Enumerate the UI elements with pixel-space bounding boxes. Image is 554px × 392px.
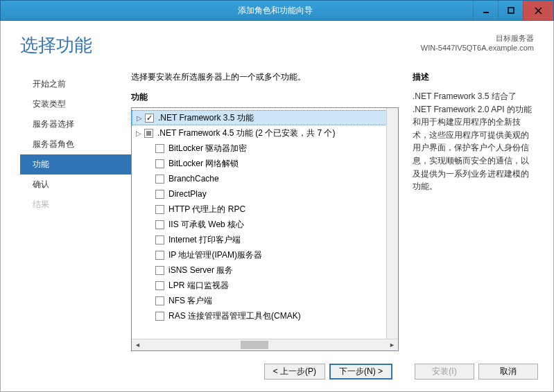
feature-row[interactable]: BranchCache (132, 171, 398, 186)
feature-label: Internet 打印客户端 (168, 234, 241, 246)
feature-checkbox[interactable] (155, 235, 164, 244)
target-host: WIN-5447IV5QT6A.example.com (421, 43, 534, 53)
close-button[interactable] (523, 1, 553, 20)
features-listbox[interactable]: ▷.NET Framework 3.5 功能▷.NET Framework 4.… (131, 107, 399, 351)
window-title: 添加角色和功能向导 (238, 5, 313, 17)
feature-checkbox[interactable] (145, 114, 154, 123)
feature-label: .NET Framework 4.5 功能 (2 个已安装，共 7 个) (157, 127, 335, 139)
nav-item-3[interactable]: 服务器角色 (20, 134, 131, 154)
scroll-left-icon[interactable]: ◄ (132, 339, 144, 351)
feature-label: NFS 客户端 (168, 295, 212, 307)
next-button[interactable]: 下一步(N) > (329, 364, 392, 380)
nav-item-4[interactable]: 功能 (20, 154, 131, 175)
feature-label: IP 地址管理(IPAM)服务器 (168, 249, 262, 261)
feature-label: IIS 可承载 Web 核心 (168, 219, 244, 231)
feature-row[interactable]: Internet 打印客户端 (132, 232, 398, 247)
horizontal-scrollbar[interactable]: ◄ ► (132, 339, 398, 350)
description-text: .NET Framework 3.5 结合了 .NET Framework 2.… (413, 90, 534, 193)
feature-checkbox[interactable] (155, 144, 164, 153)
feature-label: .NET Framework 3.5 功能 (158, 112, 254, 124)
scroll-right-icon[interactable]: ► (386, 339, 398, 351)
maximize-button[interactable] (498, 1, 523, 20)
feature-checkbox[interactable] (155, 190, 164, 199)
vertical-scrollbar[interactable] (386, 108, 398, 339)
svg-rect-1 (508, 8, 514, 13)
feature-label: HTTP 代理上的 RPC (168, 204, 245, 215)
title-bar: 添加角色和功能向导 (0, 0, 554, 21)
nav-item-6: 结果 (20, 195, 131, 215)
features-label: 功能 (131, 91, 399, 103)
nav-item-5[interactable]: 确认 (20, 175, 131, 195)
feature-checkbox[interactable] (155, 296, 164, 305)
feature-row[interactable]: BitLocker 驱动器加密 (132, 141, 398, 156)
feature-row[interactable]: IP 地址管理(IPAM)服务器 (132, 247, 398, 262)
feature-label: RAS 连接管理器管理工具包(CMAK) (168, 310, 301, 322)
target-server-info: 目标服务器 WIN-5447IV5QT6A.example.com (421, 33, 534, 53)
previous-button[interactable]: < 上一步(P) (264, 364, 325, 380)
install-button[interactable]: 安装(I) (415, 364, 474, 380)
feature-row[interactable]: ▷.NET Framework 3.5 功能 (132, 110, 398, 125)
expand-icon[interactable]: ▷ (135, 114, 144, 122)
feature-row[interactable]: DirectPlay (132, 186, 398, 202)
wizard-nav: 开始之前安装类型服务器选择服务器角色功能确认结果 (20, 71, 131, 351)
feature-row[interactable]: ▷.NET Framework 4.5 功能 (2 个已安装，共 7 个) (132, 125, 398, 141)
feature-checkbox[interactable] (155, 312, 164, 321)
feature-checkbox[interactable] (155, 220, 164, 229)
nav-item-0[interactable]: 开始之前 (20, 74, 131, 94)
prompt-text: 选择要安装在所选服务器上的一个或多个功能。 (131, 71, 399, 83)
feature-label: BranchCache (168, 174, 219, 184)
feature-checkbox[interactable] (155, 281, 164, 290)
cancel-button[interactable]: 取消 (478, 364, 538, 380)
feature-label: BitLocker 驱动器加密 (168, 143, 247, 154)
feature-label: LPR 端口监视器 (168, 280, 229, 292)
feature-row[interactable]: RAS 连接管理器管理工具包(CMAK) (132, 308, 398, 323)
target-label: 目标服务器 (421, 33, 534, 43)
nav-item-1[interactable]: 安装类型 (20, 94, 131, 114)
feature-checkbox[interactable] (155, 175, 164, 184)
feature-checkbox[interactable] (155, 251, 164, 260)
wizard-footer: < 上一步(P) 下一步(N) > 安装(I) 取消 (1, 351, 553, 391)
feature-checkbox[interactable] (144, 129, 153, 138)
feature-checkbox[interactable] (155, 266, 164, 275)
nav-item-2[interactable]: 服务器选择 (20, 114, 131, 134)
description-label: 描述 (413, 71, 534, 83)
feature-row[interactable]: BitLocker 网络解锁 (132, 156, 398, 171)
feature-row[interactable]: iSNS Server 服务 (132, 262, 398, 278)
page-heading: 选择功能 (20, 33, 92, 57)
minimize-button[interactable] (473, 1, 498, 20)
scroll-thumb[interactable] (241, 341, 268, 349)
feature-label: iSNS Server 服务 (168, 265, 233, 276)
feature-row[interactable]: IIS 可承载 Web 核心 (132, 217, 398, 232)
expand-icon[interactable]: ▷ (135, 130, 143, 137)
feature-label: DirectPlay (168, 189, 207, 199)
feature-row[interactable]: NFS 客户端 (132, 293, 398, 308)
feature-checkbox[interactable] (155, 205, 164, 214)
feature-checkbox[interactable] (155, 159, 164, 168)
feature-label: BitLocker 网络解锁 (168, 158, 239, 170)
feature-row[interactable]: LPR 端口监视器 (132, 278, 398, 293)
feature-row[interactable]: HTTP 代理上的 RPC (132, 202, 398, 217)
